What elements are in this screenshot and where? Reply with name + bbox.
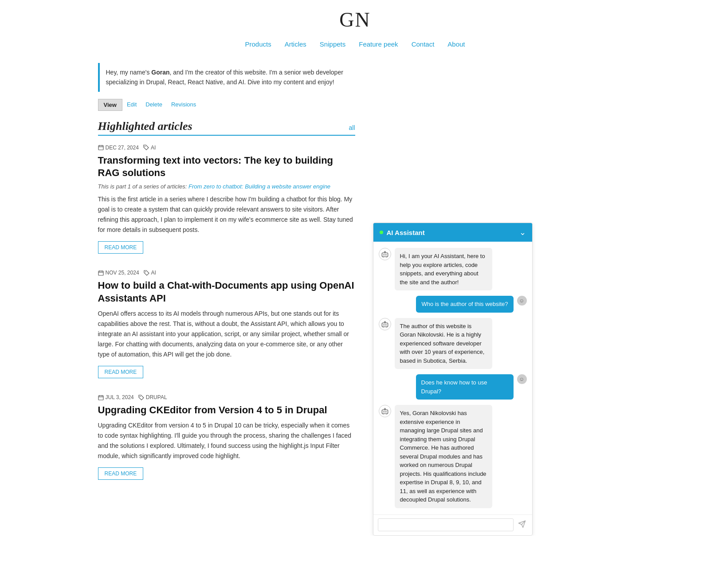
svg-point-29	[383, 411, 384, 412]
svg-point-24	[385, 324, 386, 325]
svg-point-4	[145, 146, 145, 147]
admin-tabs: View Edit Delete Revisions	[98, 99, 355, 111]
svg-point-23	[383, 324, 384, 325]
nav-products[interactable]: Products	[245, 40, 271, 48]
article-meta: JUL 3, 2024 DRUPAL	[98, 394, 355, 400]
article-series: This is part 1 of a series of articles: …	[98, 183, 355, 190]
ai-widget-title: AI Assistant	[387, 229, 425, 236]
article-tag: AI	[143, 145, 156, 151]
user-avatar: ☺	[517, 374, 527, 384]
calendar-icon	[98, 145, 104, 150]
article-excerpt: This is the first article in a series wh…	[98, 194, 355, 235]
bot-bubble: Yes, Goran Nikolovski has extensive expe…	[395, 405, 492, 508]
svg-point-30	[385, 411, 386, 412]
tab-edit[interactable]: Edit	[122, 99, 141, 111]
article-card: DEC 27, 2024 AI Transforming text into v…	[98, 145, 355, 254]
user-bubble: Who is the author of this website?	[416, 296, 513, 313]
intro-block: Hey, my name's Goran, and I'm the creato…	[98, 63, 355, 92]
ai-widget: AI Assistant ⌄	[373, 223, 533, 536]
svg-rect-5	[98, 271, 103, 275]
bot-bubble: The author of this website is Goran Niko…	[395, 318, 492, 369]
read-more-button[interactable]: READ MORE	[98, 241, 144, 254]
tab-revisions[interactable]: Revisions	[167, 99, 200, 111]
site-logo: GN	[0, 8, 710, 31]
bot-bubble: Hi, I am your AI Assistant, here to help…	[395, 248, 492, 290]
tab-view[interactable]: View	[98, 99, 122, 111]
svg-point-9	[145, 271, 146, 272]
series-link[interactable]: From zero to chatbot: Building a website…	[188, 183, 330, 190]
nav-feature-peek[interactable]: Feature peek	[359, 40, 398, 48]
tab-delete[interactable]: Delete	[141, 99, 167, 111]
svg-rect-10	[98, 396, 103, 400]
nav-snippets[interactable]: Snippets	[320, 40, 345, 48]
nav-about[interactable]: About	[447, 40, 465, 48]
article-card: JUL 3, 2024 DRUPAL Upgrading CKEditor fr…	[98, 394, 355, 480]
ai-online-dot	[380, 231, 383, 234]
bot-message-row: The author of this website is Goran Niko…	[379, 318, 527, 369]
user-message-row: Does he know how to use Drupal? ☺	[379, 374, 527, 400]
nav-articles[interactable]: Articles	[285, 40, 306, 48]
article-tag: AI	[144, 270, 156, 276]
bot-message-row: Yes, Goran Nikolovski has extensive expe…	[379, 405, 527, 508]
svg-point-14	[140, 396, 141, 397]
ai-messages-area: Hi, I am your AI Assistant, here to help…	[373, 242, 532, 514]
calendar-icon	[98, 270, 104, 276]
calendar-icon	[98, 395, 104, 400]
svg-rect-15	[382, 253, 388, 257]
intro-text: Hey, my name's Goran, and I'm the creato…	[106, 69, 343, 86]
svg-rect-18	[384, 251, 385, 253]
article-date: JUL 3, 2024	[98, 394, 134, 400]
all-articles-link[interactable]: all	[349, 124, 355, 131]
bot-avatar	[379, 318, 391, 330]
tag-icon	[144, 270, 149, 276]
article-excerpt: OpenAI offers access to its AI models th…	[98, 309, 355, 360]
ai-input-row	[373, 514, 532, 535]
article-tag: DRUPAL	[138, 394, 167, 400]
user-avatar: ☺	[517, 296, 527, 306]
article-date: DEC 27, 2024	[98, 145, 139, 151]
article-date: NOV 25, 2024	[98, 270, 139, 276]
bot-avatar	[379, 248, 391, 260]
article-meta: NOV 25, 2024 AI	[98, 270, 355, 276]
article-card: NOV 25, 2024 AI How to build a Chat-with…	[98, 270, 355, 378]
main-nav: Products Articles Snippets Feature peek …	[0, 36, 710, 54]
svg-rect-25	[384, 321, 385, 323]
user-bubble: Does he know how to use Drupal?	[416, 374, 514, 400]
article-excerpt: Upgrading CKEditor from version 4 to 5 i…	[98, 420, 355, 461]
svg-rect-28	[382, 410, 388, 414]
read-more-button[interactable]: READ MORE	[98, 467, 144, 480]
send-icon	[518, 520, 526, 528]
bot-avatar	[379, 405, 391, 417]
article-title: Transforming text into vectors: The key …	[98, 154, 355, 180]
read-more-button[interactable]: READ MORE	[98, 366, 144, 378]
ai-widget-header: AI Assistant ⌄	[373, 223, 532, 242]
ai-collapse-icon[interactable]: ⌄	[519, 227, 526, 237]
tag-icon	[143, 145, 149, 150]
section-header: Highlighted articles all	[98, 120, 355, 136]
ai-header-left: AI Assistant	[380, 229, 425, 236]
article-title: Upgrading CKEditor from Version 4 to 5 i…	[98, 404, 355, 417]
svg-rect-31	[384, 408, 385, 410]
svg-rect-22	[382, 323, 388, 327]
tag-icon	[138, 395, 144, 400]
ai-send-button[interactable]	[516, 518, 528, 532]
svg-point-16	[383, 254, 384, 255]
article-title: How to build a Chat-with-Documents app u…	[98, 279, 355, 305]
svg-point-17	[385, 254, 386, 255]
article-meta: DEC 27, 2024 AI	[98, 145, 355, 151]
user-message-row: Who is the author of this website? ☺	[379, 296, 527, 313]
section-title: Highlighted articles	[98, 120, 192, 133]
ai-chat-input[interactable]	[378, 518, 514, 531]
bot-message-row: Hi, I am your AI Assistant, here to help…	[379, 248, 527, 290]
nav-contact[interactable]: Contact	[412, 40, 435, 48]
svg-rect-0	[98, 145, 103, 150]
